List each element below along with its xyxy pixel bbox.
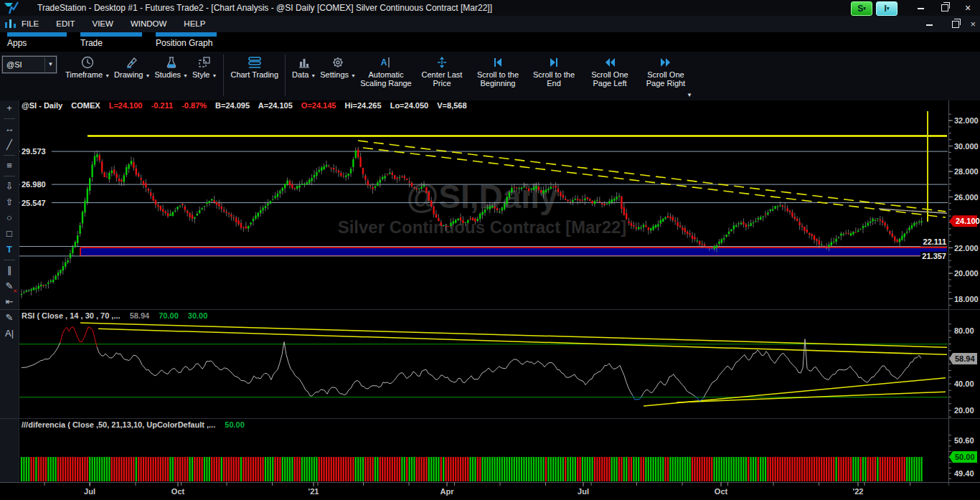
ellipse-tool[interactable]: ○	[0, 210, 19, 226]
tab-label: Apps	[7, 38, 67, 48]
toolbar-button-label: Settings▼	[320, 70, 356, 80]
tool-separator	[4, 118, 15, 119]
timeframe-button[interactable]: Timeframe▼	[65, 55, 110, 80]
toolbar-buttons: Timeframe▼Drawing▼Studies▼Style▼Chart Tr…	[63, 55, 694, 96]
flask-icon	[164, 55, 179, 70]
label-tool[interactable]: A|	[0, 326, 19, 341]
expand-horizontal-tool[interactable]: ↔	[0, 121, 19, 137]
crosshair-tool[interactable]: +	[0, 100, 19, 116]
scroll-to-the-end-button[interactable]: Scroll to the End	[528, 55, 580, 88]
rsi-upper-band: 70.00	[159, 311, 179, 320]
scroll-one-page-left-button[interactable]: Scroll One Page Left	[584, 55, 636, 88]
scroll-to-the-beginning-button[interactable]: Scroll to the Beginning	[472, 55, 524, 88]
lines-menu-tool[interactable]: ≡	[0, 158, 19, 174]
gear-icon	[331, 55, 345, 70]
snap-left-tool[interactable]: ⇤	[0, 294, 19, 310]
studies-button[interactable]: Studies▼	[154, 55, 188, 80]
dropdown-caret-icon: ▼	[212, 73, 217, 78]
menu-bar: FILEEDITVIEWWINDOWHELP ×	[0, 16, 980, 32]
indicator-status-button[interactable]: I▾	[876, 1, 897, 16]
parallel-lines-tool[interactable]: ∥	[0, 263, 19, 278]
style-icon	[197, 55, 212, 70]
toolbar-button-label: Studies▼	[154, 70, 188, 80]
strategy-status-button[interactable]: S▾	[851, 1, 872, 16]
svg-text:A: A	[381, 57, 387, 67]
automatic-scaling-range-button[interactable]: AAutomatic Scaling Range	[360, 55, 412, 88]
tab-label: Position Graph	[156, 38, 217, 48]
scroll-end-icon	[547, 55, 561, 70]
minimize-button[interactable]	[910, 1, 931, 14]
toolbar-separator	[285, 55, 286, 96]
quote-exchange: COMEX	[71, 101, 100, 110]
tab-position-graph[interactable]: Position Graph	[156, 32, 217, 48]
dropdown-caret-icon: ▼	[145, 73, 150, 78]
arrow-up-tool[interactable]: ⇧	[0, 194, 19, 210]
menu-window[interactable]: WINDOW	[131, 16, 166, 32]
quote-open: O=24.145	[301, 101, 336, 110]
delete-badge-icon: ✕	[13, 288, 17, 293]
rsi-panel-header: RSI ( Close , 14 , 30 , 70 ,... 58.94 70…	[22, 311, 215, 320]
window-title: TradeStation - Desktop #1 - Futures Trad…	[37, 0, 492, 16]
rectangle-tool[interactable]: □	[0, 226, 19, 242]
tab-label: Trade	[80, 38, 142, 48]
menu-items: FILEEDITVIEWWINDOWHELP	[22, 16, 222, 32]
text-tool[interactable]: T	[0, 242, 19, 258]
drawing-button[interactable]: Drawing▼	[114, 55, 150, 80]
rsi-lower-band: 30.00	[188, 311, 208, 320]
scroll-begin-icon	[491, 55, 505, 70]
quote-header: @SI - Daily COMEX L=24.100 -0.211 -0.87%…	[22, 101, 473, 110]
center-price-icon	[435, 55, 449, 70]
symbol-dropdown-caret[interactable]: ▼	[44, 57, 56, 72]
menu-help[interactable]: HELP	[184, 16, 205, 32]
toolbar-overflow-caret[interactable]: ▼	[687, 92, 692, 98]
symbol-value: @SI	[3, 60, 44, 69]
data-button[interactable]: Data▼	[292, 55, 316, 80]
pen-icon	[125, 55, 139, 70]
menu-file[interactable]: FILE	[22, 16, 39, 32]
doc-close-button[interactable]: ×	[970, 19, 976, 29]
center-last-price-button[interactable]: Center Last Price	[416, 55, 468, 88]
page-left-icon	[603, 55, 617, 70]
chart-workspace[interactable]	[0, 100, 980, 500]
settings-button[interactable]: Settings▼	[320, 55, 356, 80]
diferencia-value: 50.00	[225, 420, 245, 429]
toolbar-button-label: Scroll to the End	[528, 70, 580, 88]
scroll-one-page-right-button[interactable]: Scroll One Page Right	[640, 55, 692, 88]
title-bar: TradeStation - Desktop #1 - Futures Trad…	[0, 0, 980, 16]
doc-restore-button[interactable]	[943, 20, 959, 29]
tab-trade[interactable]: Trade	[80, 32, 142, 48]
toolbar-button-label: Drawing▼	[114, 70, 150, 80]
auto-scale-icon: A	[379, 55, 393, 70]
tab-active-bar	[156, 32, 217, 37]
doc-minimize-button[interactable]	[918, 20, 933, 29]
style-button[interactable]: Style▼	[192, 55, 217, 80]
tool-separator	[4, 155, 15, 156]
arrow-down-tool[interactable]: ⇩	[0, 179, 19, 194]
quote-change: -0.211	[151, 101, 174, 110]
pen-tool[interactable]: ✎	[0, 310, 19, 326]
dropdown-caret-icon: ▼	[311, 73, 316, 78]
close-button[interactable]: ×	[958, 1, 977, 14]
restore-button[interactable]	[934, 1, 956, 14]
trendline-tool[interactable]: ╱	[0, 137, 19, 153]
toolbar-button-label: Automatic Scaling Range	[360, 70, 412, 88]
delete-drawing-tool[interactable]: ✎✕	[0, 278, 19, 294]
quote-change-pct: -0.87%	[182, 101, 207, 110]
chart-trading-button[interactable]: Chart Trading	[230, 55, 278, 79]
diferencia-study-name: ///diferencia ( Close ,50, 21,13,10, UpC…	[22, 420, 215, 429]
tab-bar: AppsTradePosition Graph	[0, 32, 980, 52]
dropdown-caret-icon: ▼	[183, 73, 188, 78]
rsi-study-name: RSI ( Close , 14 , 30 , 70 ,...	[22, 311, 121, 320]
drawing-toolbar: +↔╱≡⇩⇧○□T∥✎✕⇤✎A|	[0, 100, 19, 482]
menu-view[interactable]: VIEW	[93, 16, 113, 32]
tab-apps[interactable]: Apps	[7, 32, 67, 48]
toolbar: @SI ▼ Timeframe▼Drawing▼Studies▼Style▼Ch…	[0, 52, 980, 100]
symbol-input[interactable]: @SI ▼	[2, 56, 57, 73]
menu-edit[interactable]: EDIT	[56, 16, 75, 32]
tradestation-logo	[4, 1, 19, 17]
quote-symbol: @SI - Daily	[22, 101, 62, 110]
data-icon	[297, 55, 311, 70]
rsi-current-value: 58.94	[130, 311, 150, 320]
quote-high: Hi=24.265	[345, 101, 382, 110]
quote-ask: A=24.105	[258, 101, 293, 110]
